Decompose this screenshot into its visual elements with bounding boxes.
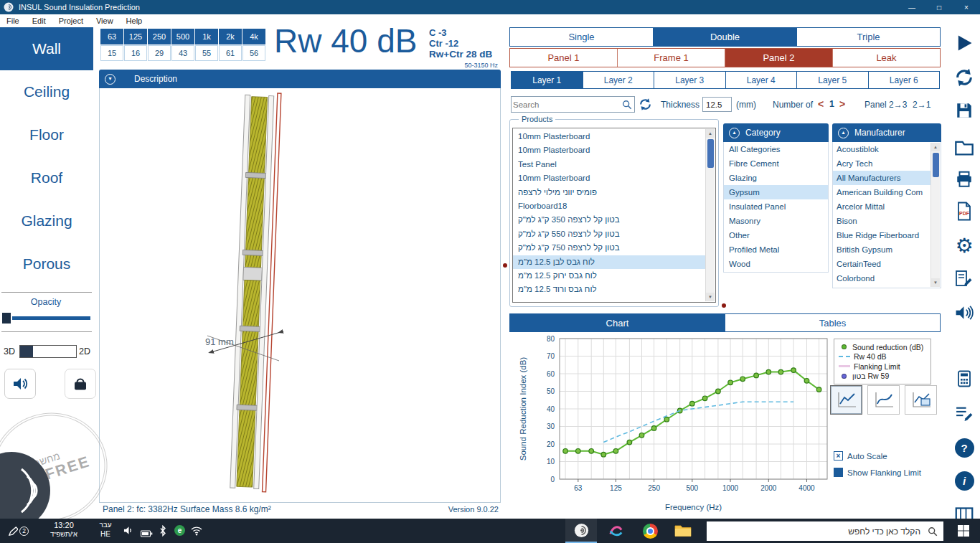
product-item[interactable]: לוח גבס ירוק 12.5 מ"מ — [513, 269, 705, 283]
sidebar-item[interactable]: Roof — [0, 156, 93, 199]
chart-type-line-button[interactable] — [830, 385, 862, 415]
auto-scale-option[interactable]: × Auto Scale — [834, 451, 887, 461]
sidebar-item[interactable]: Wall — [0, 27, 93, 70]
sidebar-item[interactable]: Porous — [0, 242, 93, 285]
construction-tab[interactable]: Single — [510, 28, 654, 46]
help-button[interactable]: ? — [950, 433, 979, 462]
category-item[interactable]: Other — [724, 228, 828, 242]
report-button[interactable] — [950, 264, 979, 293]
manufacturer-header[interactable]: ▴ Manufacturer — [832, 123, 941, 142]
taskbar-explorer[interactable] — [667, 519, 699, 543]
sidebar-item[interactable]: Glazing — [0, 199, 93, 242]
product-item[interactable]: בטון קל לרצפה 550 ק"ג למ"ק — [513, 227, 705, 241]
save-button[interactable] — [950, 96, 979, 125]
show-flanking-option[interactable]: Show Flanking Limit — [834, 468, 921, 477]
product-item[interactable]: 10mm Plasterboard — [513, 143, 705, 157]
manufacturer-item[interactable]: Acry Tech — [833, 156, 931, 171]
category-item[interactable]: All Categories — [724, 142, 828, 156]
taskbar-chrome[interactable] — [634, 519, 666, 543]
layer-tab[interactable]: Layer 4 — [726, 72, 798, 88]
materials-bag-button[interactable] — [65, 369, 96, 399]
panel-tab[interactable]: Frame 1 — [618, 49, 725, 67]
menu-item[interactable]: View — [90, 16, 120, 25]
manufacturer-item[interactable]: CertainTeed — [833, 257, 931, 271]
calculator-button[interactable] — [950, 364, 979, 393]
category-header[interactable]: ▴ Category — [723, 123, 829, 142]
taskbar-clock[interactable]: 13:20 א'/תשפ"ד — [33, 521, 95, 538]
sidebar-item[interactable]: Floor — [0, 113, 93, 156]
taskbar-search-input[interactable] — [707, 521, 925, 541]
opacity-slider-track[interactable] — [12, 316, 90, 320]
minimize-button[interactable]: — — [898, 0, 925, 14]
product-search-input[interactable] — [513, 98, 618, 111]
scroll-thumb[interactable] — [707, 139, 714, 168]
export-pdf-button[interactable]: PDF — [950, 197, 979, 225]
manufacturer-item[interactable]: Colorbond — [833, 271, 931, 285]
scroll-thumb[interactable] — [933, 153, 939, 177]
refresh-products-button[interactable] — [638, 97, 653, 112]
close-button[interactable]: × — [953, 0, 980, 14]
audition-button[interactable] — [4, 369, 36, 399]
info-button[interactable]: i — [950, 466, 979, 495]
acoustics-button[interactable] — [950, 298, 979, 327]
taskbar-app-2[interactable] — [600, 519, 631, 543]
chart-export-image-button[interactable] — [905, 385, 937, 415]
layer-tab[interactable]: Layer 5 — [797, 72, 869, 88]
copy-panel-2-3-button[interactable]: Panel 2→3 — [864, 100, 907, 110]
menu-item[interactable]: Edit — [26, 16, 52, 25]
opacity-slider-handle[interactable] — [2, 313, 11, 324]
layer-tab[interactable]: Layer 2 — [583, 72, 655, 88]
product-item[interactable]: פומיס יווני מילוי לרצפה — [513, 186, 705, 199]
open-file-button[interactable] — [950, 133, 979, 162]
product-item[interactable]: 10mm Plasterboard — [513, 171, 705, 185]
notes-button[interactable] — [950, 399, 979, 428]
manufacturer-item[interactable]: Bison — [833, 214, 931, 228]
layer-tab[interactable]: Layer 1 — [512, 72, 583, 88]
ink-badge-icon[interactable]: 2 — [9, 523, 30, 539]
settings-button[interactable]: ⚙ — [950, 231, 979, 260]
category-item[interactable]: Glazing — [724, 171, 828, 185]
chart-type-spline-button[interactable] — [867, 385, 900, 415]
menu-item[interactable]: File — [0, 16, 26, 25]
category-item[interactable]: Fibre Cement — [724, 156, 828, 171]
maximize-button[interactable]: □ — [925, 0, 953, 14]
layer-tab[interactable]: Layer 3 — [654, 72, 726, 88]
panel-tab[interactable]: Panel 1 — [510, 49, 618, 67]
copy-panel-2-1-button[interactable]: 2→1 — [913, 100, 930, 110]
layer-tab[interactable]: Layer 6 — [869, 72, 940, 88]
view-mode-slider[interactable] — [19, 345, 77, 358]
menu-item[interactable]: Help — [120, 16, 149, 25]
construction-tab[interactable]: Double — [654, 28, 797, 46]
collapse-icon[interactable]: ▴ — [838, 128, 849, 138]
collapse-icon[interactable]: ▴ — [729, 128, 740, 138]
product-item[interactable]: בטון קל לרצפה 750 ק"ג למ"ק — [513, 241, 705, 255]
manufacturer-item[interactable]: American Building Com — [833, 185, 931, 199]
category-item[interactable]: Insulated Panel — [724, 199, 828, 214]
category-item[interactable]: Masonry — [724, 214, 828, 228]
print-button[interactable] — [950, 165, 979, 194]
sidebar-item[interactable]: Ceiling — [0, 70, 93, 113]
show-flanking-checkbox[interactable] — [834, 468, 843, 477]
collapse-chevron-icon[interactable]: ▾ — [105, 74, 116, 85]
description-header[interactable]: ▾ Description — [99, 70, 501, 88]
product-item[interactable]: Test Panel — [513, 158, 705, 171]
taskbar-insul-app[interactable] — [565, 519, 597, 543]
netfree-tray-icon[interactable]: e — [174, 525, 185, 536]
product-item[interactable]: Floorboard18 — [513, 199, 705, 213]
manufacturer-item[interactable]: All Manufacturers — [833, 171, 931, 185]
language-indicator[interactable]: עבר HE — [95, 521, 116, 538]
wifi-tray-icon[interactable] — [191, 526, 202, 539]
volume-tray-icon[interactable] — [123, 525, 134, 539]
scroll-down-arrow[interactable]: ▼ — [706, 293, 715, 301]
construction-tab[interactable]: Triple — [797, 28, 940, 46]
manufacturer-item[interactable]: Arcelor Mittal — [833, 199, 931, 214]
product-item[interactable]: לוח גבס לבן 12.5 מ"מ — [513, 255, 705, 269]
product-item[interactable]: 10mm Plasterboard — [513, 130, 705, 143]
thickness-input[interactable] — [702, 97, 732, 112]
manufacturer-item[interactable]: Blue Ridge Fiberboard — [833, 228, 931, 242]
number-decrement-button[interactable]: < — [818, 98, 824, 110]
number-increment-button[interactable]: > — [839, 98, 845, 110]
view-mode-handle[interactable] — [20, 346, 33, 357]
recalculate-button[interactable] — [950, 63, 979, 92]
scroll-up-arrow[interactable]: ▲ — [931, 143, 940, 151]
